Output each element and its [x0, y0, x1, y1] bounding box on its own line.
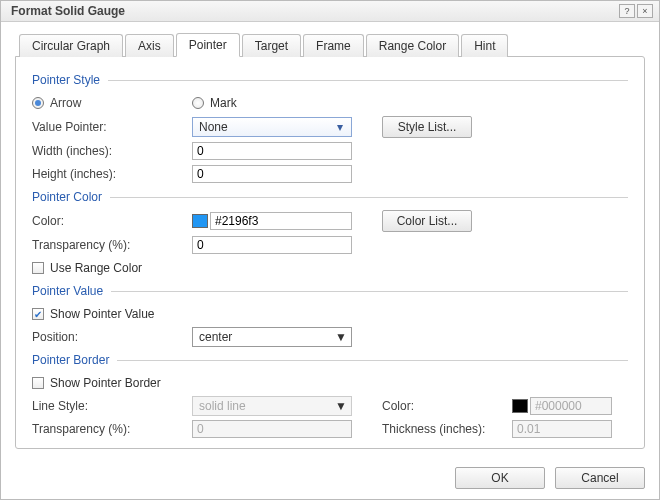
select-value: center — [199, 330, 232, 344]
dialog-body: Circular Graph Axis Pointer Target Frame… — [1, 22, 659, 457]
divider — [111, 291, 628, 292]
input-color[interactable] — [210, 212, 352, 230]
radio-mark-label: Mark — [210, 96, 237, 110]
titlebar: Format Solid Gauge ? × — [1, 1, 659, 22]
tab-range-color[interactable]: Range Color — [366, 34, 459, 57]
label-thickness: Thickness (inches): — [382, 422, 512, 436]
tab-hint[interactable]: Hint — [461, 34, 508, 57]
combo-value-pointer[interactable]: None ▾ — [192, 117, 352, 137]
label-border-transparency: Transparency (%): — [32, 422, 192, 436]
tab-circular-graph[interactable]: Circular Graph — [19, 34, 123, 57]
color-list-button[interactable]: Color List... — [382, 210, 472, 232]
dialog-title: Format Solid Gauge — [11, 4, 125, 18]
input-thickness — [512, 420, 612, 438]
color-swatch — [512, 399, 528, 413]
dialog-footer: OK Cancel — [1, 457, 659, 499]
group-pointer-color: Pointer Color — [32, 190, 628, 204]
group-title: Pointer Border — [32, 353, 109, 367]
label-position: Position: — [32, 330, 192, 344]
radio-arrow-label: Arrow — [50, 96, 81, 110]
label-height: Height (inches): — [32, 167, 192, 181]
chevron-down-icon: ▼ — [335, 399, 347, 413]
group-pointer-border: Pointer Border — [32, 353, 628, 367]
select-value: solid line — [199, 399, 246, 413]
chevron-down-icon: ▼ — [335, 330, 347, 344]
group-title: Pointer Style — [32, 73, 100, 87]
select-line-style: solid line ▼ — [192, 396, 352, 416]
ok-button[interactable]: OK — [455, 467, 545, 489]
radio-mark[interactable]: Mark — [192, 96, 237, 110]
input-width[interactable] — [192, 142, 352, 160]
input-transparency[interactable] — [192, 236, 352, 254]
check-show-pointer-value[interactable]: ✔ Show Pointer Value — [32, 307, 155, 321]
input-height[interactable] — [192, 165, 352, 183]
combo-value: None — [199, 120, 228, 134]
dialog-format-solid-gauge: Format Solid Gauge ? × Circular Graph Ax… — [0, 0, 660, 500]
input-border-color — [530, 397, 612, 415]
tabpanel-pointer: Pointer Style Arrow Mark — [15, 56, 645, 449]
label-border-color: Color: — [382, 399, 512, 413]
checkbox-icon — [32, 262, 44, 274]
radio-icon — [192, 97, 204, 109]
tab-strip: Circular Graph Axis Pointer Target Frame… — [19, 32, 645, 56]
label-color: Color: — [32, 214, 192, 228]
input-border-transparency — [192, 420, 352, 438]
help-icon[interactable]: ? — [619, 4, 635, 18]
check-label: Show Pointer Value — [50, 307, 155, 321]
tab-frame[interactable]: Frame — [303, 34, 364, 57]
check-label: Use Range Color — [50, 261, 142, 275]
tab-axis[interactable]: Axis — [125, 34, 174, 57]
tab-pointer[interactable]: Pointer — [176, 33, 240, 57]
check-label: Show Pointer Border — [50, 376, 161, 390]
checkbox-icon — [32, 377, 44, 389]
radio-icon — [32, 97, 44, 109]
cancel-button[interactable]: Cancel — [555, 467, 645, 489]
group-title: Pointer Value — [32, 284, 103, 298]
group-title: Pointer Color — [32, 190, 102, 204]
divider — [117, 360, 628, 361]
titlebar-controls: ? × — [619, 4, 653, 18]
select-position[interactable]: center ▼ — [192, 327, 352, 347]
label-width: Width (inches): — [32, 144, 192, 158]
close-icon[interactable]: × — [637, 4, 653, 18]
divider — [110, 197, 628, 198]
chevron-down-icon: ▾ — [332, 120, 347, 134]
color-swatch[interactable] — [192, 214, 208, 228]
check-use-range-color[interactable]: Use Range Color — [32, 261, 142, 275]
style-list-button[interactable]: Style List... — [382, 116, 472, 138]
group-pointer-value: Pointer Value — [32, 284, 628, 298]
group-pointer-style: Pointer Style — [32, 73, 628, 87]
tab-target[interactable]: Target — [242, 34, 301, 57]
check-show-pointer-border[interactable]: Show Pointer Border — [32, 376, 161, 390]
label-value-pointer: Value Pointer: — [32, 120, 192, 134]
divider — [108, 80, 628, 81]
label-transparency: Transparency (%): — [32, 238, 192, 252]
checkbox-icon: ✔ — [32, 308, 44, 320]
radio-arrow[interactable]: Arrow — [32, 96, 192, 110]
label-line-style: Line Style: — [32, 399, 192, 413]
